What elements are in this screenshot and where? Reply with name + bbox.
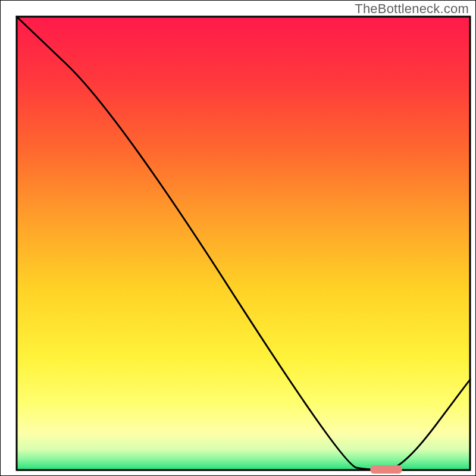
attribution-text: TheBottleneck.com	[355, 1, 469, 17]
optimum-marker	[370, 465, 402, 474]
bottleneck-chart	[0, 0, 476, 476]
